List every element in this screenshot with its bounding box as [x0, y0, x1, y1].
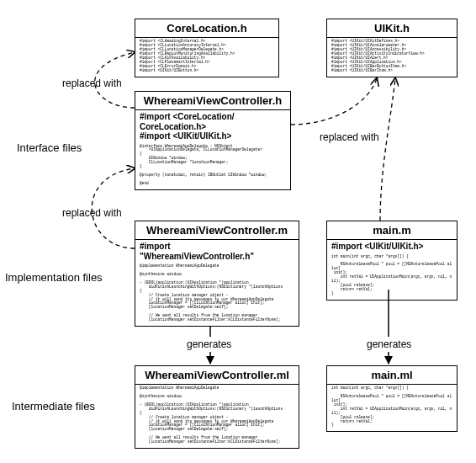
box-title: main.m	[327, 221, 457, 240]
box-body: int main(int argc, char *argv[]) { NSAut…	[327, 253, 457, 300]
arrow-replaced-3b	[380, 78, 395, 221]
box-body: int main(int argc, char *argv[]) { NSAut…	[327, 385, 457, 431]
edge-label-replaced-3: replaced with	[320, 131, 379, 143]
box-title: WhereamiViewController.ml	[135, 366, 299, 385]
box-main-m: main.m #import <UIKit/UIKit.h> int main(…	[326, 221, 457, 301]
edge-label-generates-1: generates	[187, 338, 231, 350]
box-body: #import <CLHeadingInternal.h> #import <C…	[135, 38, 278, 77]
box-body: @implementation WhereamiAppDelegate @syn…	[135, 263, 299, 326]
box-main-ml: main.ml int main(int argc, char *argv[])…	[326, 365, 457, 432]
box-corelocation-h: CoreLocation.h #import <CLHeadingInterna…	[135, 19, 279, 77]
box-wvc-h: WhereamiViewController.h #import <CoreLo…	[135, 91, 291, 190]
arrow-replaced-3a	[291, 78, 377, 125]
box-title: UIKit.h	[327, 19, 457, 38]
box-title: CoreLocation.h	[135, 19, 278, 38]
box-emph: #import <CoreLocation/ CoreLocation.h> #…	[135, 110, 290, 143]
box-wvc-ml: WhereamiViewController.ml @implementatio…	[135, 365, 299, 449]
section-label-interface: Interface files	[17, 141, 82, 154]
edge-label-generates-2: generates	[367, 338, 411, 350]
box-wvc-m: WhereamiViewController.m #import "Wherea…	[135, 221, 299, 327]
box-title: main.ml	[327, 366, 457, 385]
box-body: @interface WhereamiAppDelegate : NSObjec…	[135, 143, 290, 189]
section-label-implementation: Implementation files	[5, 271, 103, 284]
box-title: WhereamiViewController.m	[135, 221, 299, 240]
box-emph: #import <UIKit/UIKit.h>	[327, 240, 457, 253]
box-body: @implementation WhereamiAppDelegate @syn…	[135, 385, 299, 448]
section-label-intermediate: Intermediate files	[12, 400, 95, 412]
box-body: #import <UIKit/UIKitDefines.h> #import <…	[327, 38, 457, 77]
edge-label-replaced-2: replaced with	[62, 207, 122, 219]
edge-label-replaced-1: replaced with	[62, 77, 122, 89]
box-title: WhereamiViewController.h	[135, 92, 290, 110]
box-uikit-h: UIKit.h #import <UIKit/UIKitDefines.h> #…	[326, 19, 457, 77]
box-emph: #import "WhereamiViewController.h"	[135, 240, 299, 263]
